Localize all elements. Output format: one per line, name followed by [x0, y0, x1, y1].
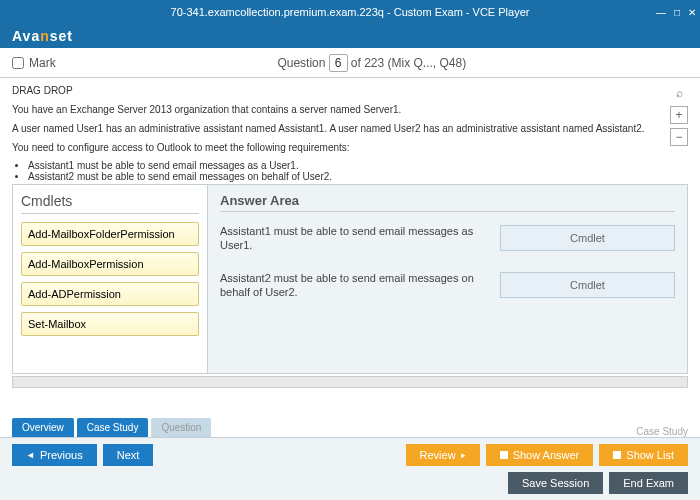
show-list-button[interactable]: Show List: [599, 444, 688, 466]
button-label: Show List: [626, 449, 674, 461]
content-line: You need to configure access to Outlook …: [12, 141, 688, 154]
drop-slot[interactable]: Cmdlet: [500, 225, 675, 251]
zoom-controls: ⌕ + −: [670, 84, 688, 146]
answer-row: Assistant2 must be able to send email me…: [220, 271, 675, 300]
mark-checkbox[interactable]: [12, 57, 24, 69]
title-bar: 70-341.examcollection.premium.exam.223q …: [0, 0, 700, 24]
button-label: Review: [420, 449, 456, 461]
content-line: A user named User1 has an administrative…: [12, 122, 688, 135]
end-exam-button[interactable]: End Exam: [609, 472, 688, 494]
square-icon: [613, 451, 621, 459]
next-button[interactable]: Next: [103, 444, 154, 466]
cmdlet-item[interactable]: Add-MailboxPermission: [21, 252, 199, 276]
button-label: Next: [117, 449, 140, 461]
requirement-item: Assistant1 must be able to send email me…: [28, 160, 688, 171]
drag-drop-zone: Cmdlets Add-MailboxFolderPermission Add-…: [12, 184, 688, 374]
minimize-icon[interactable]: —: [656, 7, 666, 18]
logo: Avanset: [12, 28, 73, 44]
cmdlets-title: Cmdlets: [21, 193, 199, 209]
mark-checkbox-label[interactable]: Mark: [12, 56, 56, 70]
close-icon[interactable]: ✕: [688, 7, 696, 18]
review-button[interactable]: Review: [406, 444, 480, 466]
answer-text: Assistant1 must be able to send email me…: [220, 224, 490, 253]
tab-case-study[interactable]: Case Study: [77, 418, 149, 437]
logo-text2: set: [50, 28, 73, 44]
previous-button[interactable]: Previous: [12, 444, 97, 466]
mark-label: Mark: [29, 56, 56, 70]
show-answer-button[interactable]: Show Answer: [486, 444, 594, 466]
answer-text: Assistant2 must be able to send email me…: [220, 271, 490, 300]
app-header: Avanset: [0, 24, 700, 48]
window-controls: — □ ✕: [656, 7, 696, 18]
button-row: Previous Next Review Show Answer Show Li…: [0, 437, 700, 472]
cmdlet-item[interactable]: Set-Mailbox: [21, 312, 199, 336]
content-line: DRAG DROP: [12, 84, 688, 97]
window-title: 70-341.examcollection.premium.exam.223q …: [171, 6, 530, 18]
button-label: Show Answer: [513, 449, 580, 461]
horizontal-scrollbar[interactable]: [12, 376, 688, 388]
tab-case-right: Case Study: [636, 426, 688, 437]
question-label: Question: [277, 56, 325, 70]
answer-row: Assistant1 must be able to send email me…: [220, 224, 675, 253]
zoom-in-button[interactable]: +: [670, 106, 688, 124]
answer-area-title: Answer Area: [220, 193, 675, 208]
content-line: You have an Exchange Server 2013 organiz…: [12, 103, 688, 116]
tab-question[interactable]: Question: [151, 418, 211, 437]
tab-bar: Overview Case Study Question Case Study: [0, 418, 700, 437]
cmdlet-item[interactable]: Add-MailboxFolderPermission: [21, 222, 199, 246]
requirement-list: Assistant1 must be able to send email me…: [28, 160, 688, 182]
question-number: 6: [329, 54, 348, 72]
question-total: of 223 (Mix Q..., Q48): [351, 56, 466, 70]
divider: [220, 211, 675, 212]
divider: [21, 213, 199, 214]
answer-area: Answer Area Assistant1 must be able to s…: [208, 185, 687, 373]
footer: Overview Case Study Question Case Study …: [0, 418, 700, 500]
button-row-2: Save Session End Exam: [0, 472, 700, 500]
zoom-out-button[interactable]: −: [670, 128, 688, 146]
question-bar: Mark Question 6 of 223 (Mix Q..., Q48): [0, 48, 700, 78]
save-session-button[interactable]: Save Session: [508, 472, 603, 494]
drop-slot[interactable]: Cmdlet: [500, 272, 675, 298]
magnify-icon[interactable]: ⌕: [670, 84, 688, 102]
maximize-icon[interactable]: □: [674, 7, 680, 18]
square-icon: [500, 451, 508, 459]
tab-overview[interactable]: Overview: [12, 418, 74, 437]
logo-text: Ava: [12, 28, 40, 44]
question-counter: Question 6 of 223 (Mix Q..., Q48): [56, 54, 688, 72]
cmdlets-panel: Cmdlets Add-MailboxFolderPermission Add-…: [13, 185, 208, 373]
question-content: DRAG DROP You have an Exchange Server 20…: [0, 78, 700, 184]
logo-accent: n: [40, 28, 50, 44]
button-label: Previous: [40, 449, 83, 461]
requirement-item: Assistant2 must be able to send email me…: [28, 171, 688, 182]
cmdlet-item[interactable]: Add-ADPermission: [21, 282, 199, 306]
